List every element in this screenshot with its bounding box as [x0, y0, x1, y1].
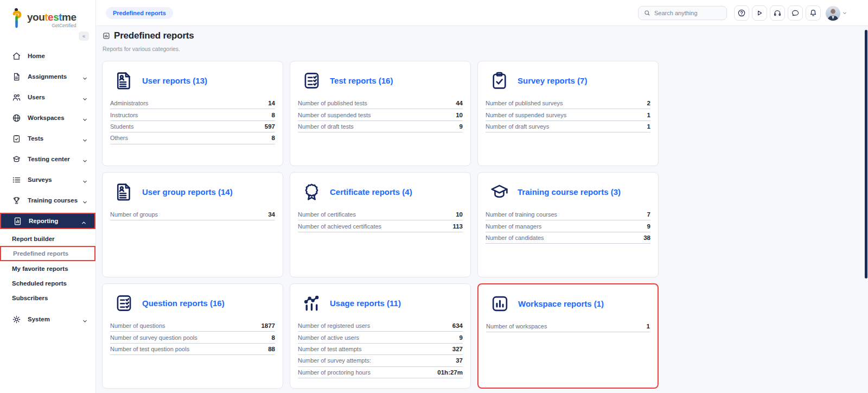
chevron-up-icon [81, 218, 87, 224]
sidebar-subitem-my-favorite-reports[interactable]: My favorite reports [0, 261, 95, 276]
sidebar-item-label: Workspaces [28, 115, 82, 121]
stat-row: Students597 [110, 121, 275, 132]
headset-button[interactable] [770, 5, 785, 21]
sidebar-collapse-button[interactable]: « [79, 31, 89, 41]
chat-button[interactable] [788, 5, 803, 21]
card-title[interactable]: User group reports (14) [142, 187, 233, 196]
stat-row: Number of managers9 [486, 220, 650, 232]
help-button[interactable] [734, 5, 749, 21]
gear-icon [12, 315, 21, 324]
help-icon [737, 9, 746, 17]
sidebar-item-users[interactable]: Users [0, 87, 95, 107]
stat-value: 14 [268, 100, 275, 106]
card-title[interactable]: Test reports (16) [330, 76, 393, 85]
sidebar-item-testing-center[interactable]: Testing center [0, 149, 95, 169]
stat-value: 7 [647, 211, 650, 218]
app-window: youtestme GetCertified « HomeAssignments… [0, 0, 868, 393]
sidebar-item-workspaces[interactable]: Workspaces [0, 107, 95, 128]
user-menu[interactable] [826, 6, 847, 21]
sidebar-item-training-courses[interactable]: Training courses [0, 190, 95, 211]
home-icon [12, 52, 21, 61]
stat-label: Number of published surveys [486, 100, 563, 106]
chevron-down-icon [82, 177, 88, 183]
sidebar-item-assignments[interactable]: Assignments [0, 66, 95, 87]
page-title: Predefined reports [114, 30, 194, 41]
report-card-survey-reports[interactable]: Survey reports (7)Number of published su… [477, 61, 659, 166]
stat-row: Number of published tests44 [298, 98, 463, 109]
report-card-test-reports[interactable]: Test reports (16)Number of published tes… [290, 61, 471, 166]
stat-value: 9 [647, 223, 650, 230]
stat-value: 9 [459, 123, 463, 130]
stat-label: Number of suspended tests [298, 112, 371, 118]
stat-row: Number of certificates10 [298, 209, 463, 220]
sidebar-item-system[interactable]: System [0, 309, 95, 329]
card-title[interactable]: Certificate reports (4) [330, 187, 412, 196]
globe-icon [12, 113, 21, 123]
card-header: Question reports (16) [110, 284, 275, 320]
sidebar: youtestme GetCertified « HomeAssignments… [0, 0, 96, 393]
stat-value: 37 [456, 357, 463, 364]
stat-value: 1 [647, 123, 650, 130]
card-title[interactable]: Training course reports (3) [518, 187, 621, 196]
reports-chart-icon [103, 32, 110, 40]
sidebar-item-home[interactable]: Home [0, 46, 95, 66]
stat-row: Number of survey question pools8 [110, 332, 275, 343]
stat-label: Number of survey question pools [110, 334, 197, 341]
chevron-down-icon [82, 316, 88, 322]
report-card-question-reports[interactable]: Question reports (16)Number of questions… [102, 283, 283, 389]
stat-row: Others8 [110, 132, 275, 144]
vertical-scrollbar[interactable] [865, 30, 867, 278]
report-card-usage-reports[interactable]: Usage reports (11)Number of registered u… [290, 283, 471, 389]
report-card-user-group-reports[interactable]: User group reports (14)Number of groups3… [102, 172, 283, 277]
users-icon [12, 93, 21, 102]
avatar[interactable] [826, 6, 840, 21]
sidebar-subitem-subscribers[interactable]: Subscribers [0, 290, 95, 305]
chevron-down-icon [82, 156, 88, 162]
card-header: User group reports (14) [110, 173, 275, 209]
breadcrumb[interactable]: Predefined reports [106, 7, 173, 19]
search-input[interactable] [654, 10, 719, 16]
clipboard-check-icon [489, 71, 509, 91]
card-header: Survey reports (7) [486, 61, 650, 98]
stat-label: Number of questions [110, 322, 165, 329]
sidebar-subitem-scheduled-reports[interactable]: Scheduled reports [0, 276, 95, 290]
sidebar-item-reporting[interactable]: Reporting [0, 213, 95, 229]
report-card-workspace-reports[interactable]: Workspace reports (1)Number of workspace… [477, 283, 659, 389]
sidebar-item-label: Testing center [28, 156, 82, 162]
sidebar-nav: HomeAssignmentsUsersWorkspacesTestsTesti… [0, 46, 95, 329]
workspace-bars-icon [490, 294, 510, 314]
stat-row: Number of registered users634 [298, 320, 463, 332]
brand-logo-text: youtestme GetCertified [27, 8, 76, 28]
sidebar-item-tests[interactable]: Tests [0, 128, 95, 149]
stat-row: Number of proctoring hours01h:27m [298, 367, 463, 378]
surveys-icon [12, 175, 21, 185]
card-title[interactable]: Survey reports (7) [518, 76, 587, 85]
stat-label: Number of published tests [298, 100, 367, 106]
report-card-certificate-reports[interactable]: Certificate reports (4)Number of certifi… [290, 172, 471, 277]
stat-label: Number of suspended surveys [486, 112, 566, 118]
stat-value: 88 [268, 346, 275, 352]
stat-row: Number of suspended tests10 [298, 109, 463, 121]
stat-row: Number of published surveys2 [486, 98, 650, 109]
play-button[interactable] [752, 5, 767, 21]
chevron-down-icon [82, 198, 88, 204]
search-box[interactable] [638, 6, 727, 20]
bell-button[interactable] [806, 5, 821, 21]
card-title[interactable]: Usage reports (11) [330, 299, 401, 308]
sidebar-item-label: Training courses [28, 197, 82, 204]
checklist-icon [114, 293, 134, 313]
card-title[interactable]: Workspace reports (1) [518, 299, 604, 308]
sidebar-subitem-predefined-reports[interactable]: Predefined reports [0, 246, 95, 261]
sidebar-subitem-report-builder[interactable]: Report builder [0, 231, 95, 246]
report-card-training-course-reports[interactable]: Training course reports (3)Number of tra… [477, 172, 659, 277]
nav-gap [0, 305, 95, 309]
card-title[interactable]: Question reports (16) [142, 299, 225, 308]
chevron-down-icon [82, 74, 88, 80]
sidebar-item-label: Assignments [28, 73, 82, 80]
stat-value: 113 [452, 223, 463, 230]
card-title[interactable]: User reports (13) [142, 76, 207, 85]
brand-letter: me [62, 11, 76, 23]
sidebar-item-surveys[interactable]: Surveys [0, 169, 95, 190]
report-card-user-reports[interactable]: User reports (13)Administrators14Instruc… [102, 61, 283, 166]
stat-row: Number of achieved certificates113 [298, 220, 463, 232]
